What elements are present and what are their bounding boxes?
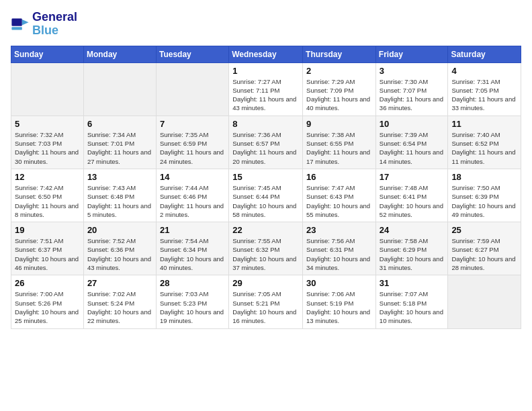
day-info: Sunrise: 7:50 AM Sunset: 6:39 PM Dayligh… xyxy=(451,183,517,219)
logo-icon xyxy=(11,15,30,34)
calendar-cell: 5Sunrise: 7:32 AM Sunset: 7:03 PM Daylig… xyxy=(11,116,84,169)
calendar-cell: 28Sunrise: 7:03 AM Sunset: 5:23 PM Dayli… xyxy=(156,275,228,328)
svg-marker-1 xyxy=(22,19,29,25)
calendar-header-saturday: Saturday xyxy=(448,46,521,62)
logo: General Blue xyxy=(11,11,77,38)
calendar-cell: 6Sunrise: 7:34 AM Sunset: 7:01 PM Daylig… xyxy=(83,116,156,169)
day-number: 6 xyxy=(87,119,152,129)
calendar-cell: 2Sunrise: 7:29 AM Sunset: 7:09 PM Daylig… xyxy=(303,62,376,116)
day-number: 12 xyxy=(15,172,80,182)
page: General Blue SundayMondayTuesdayWednesda… xyxy=(0,0,532,411)
day-number: 30 xyxy=(306,278,372,288)
day-info: Sunrise: 7:56 AM Sunset: 6:31 PM Dayligh… xyxy=(306,236,372,272)
day-info: Sunrise: 7:44 AM Sunset: 6:46 PM Dayligh… xyxy=(160,183,225,219)
calendar-cell: 12Sunrise: 7:42 AM Sunset: 6:50 PM Dayli… xyxy=(11,169,84,222)
day-number: 7 xyxy=(160,119,225,129)
calendar-cell: 14Sunrise: 7:44 AM Sunset: 6:46 PM Dayli… xyxy=(156,169,228,222)
day-number: 3 xyxy=(380,66,445,76)
calendar-cell: 3Sunrise: 7:30 AM Sunset: 7:07 PM Daylig… xyxy=(375,62,448,116)
calendar-header-row: SundayMondayTuesdayWednesdayThursdayFrid… xyxy=(11,46,521,62)
day-number: 22 xyxy=(232,225,299,235)
calendar-cell: 11Sunrise: 7:40 AM Sunset: 6:52 PM Dayli… xyxy=(448,116,521,169)
day-info: Sunrise: 7:00 AM Sunset: 5:26 PM Dayligh… xyxy=(15,289,80,325)
day-number: 18 xyxy=(451,172,517,182)
day-number: 24 xyxy=(380,225,445,235)
header: General Blue xyxy=(11,11,521,38)
day-info: Sunrise: 7:51 AM Sunset: 6:37 PM Dayligh… xyxy=(15,236,80,272)
day-number: 14 xyxy=(160,172,225,182)
calendar-cell: 21Sunrise: 7:54 AM Sunset: 6:34 PM Dayli… xyxy=(156,222,228,275)
calendar-header-friday: Friday xyxy=(375,46,448,62)
day-number: 26 xyxy=(15,278,80,288)
day-number: 10 xyxy=(380,119,445,129)
logo-text: General Blue xyxy=(32,11,77,38)
calendar-cell: 7Sunrise: 7:35 AM Sunset: 6:59 PM Daylig… xyxy=(156,116,228,169)
calendar-cell: 23Sunrise: 7:56 AM Sunset: 6:31 PM Dayli… xyxy=(303,222,376,275)
calendar-cell: 27Sunrise: 7:02 AM Sunset: 5:24 PM Dayli… xyxy=(83,275,156,328)
calendar-cell: 24Sunrise: 7:58 AM Sunset: 6:29 PM Dayli… xyxy=(375,222,448,275)
calendar-cell: 19Sunrise: 7:51 AM Sunset: 6:37 PM Dayli… xyxy=(11,222,84,275)
calendar-cell xyxy=(156,62,228,116)
calendar-week-5: 26Sunrise: 7:00 AM Sunset: 5:26 PM Dayli… xyxy=(11,275,521,328)
day-info: Sunrise: 7:59 AM Sunset: 6:27 PM Dayligh… xyxy=(451,236,517,272)
calendar-cell: 8Sunrise: 7:36 AM Sunset: 6:57 PM Daylig… xyxy=(229,116,303,169)
day-number: 21 xyxy=(160,225,225,235)
calendar-cell: 9Sunrise: 7:38 AM Sunset: 6:55 PM Daylig… xyxy=(303,116,376,169)
calendar-week-1: 1Sunrise: 7:27 AM Sunset: 7:11 PM Daylig… xyxy=(11,62,521,116)
calendar-header-monday: Monday xyxy=(83,46,156,62)
day-info: Sunrise: 7:52 AM Sunset: 6:36 PM Dayligh… xyxy=(87,236,152,272)
calendar-cell: 16Sunrise: 7:47 AM Sunset: 6:43 PM Dayli… xyxy=(303,169,376,222)
day-number: 9 xyxy=(306,119,372,129)
day-info: Sunrise: 7:43 AM Sunset: 6:48 PM Dayligh… xyxy=(87,183,152,219)
day-number: 15 xyxy=(232,172,299,182)
day-number: 20 xyxy=(87,225,152,235)
day-number: 29 xyxy=(232,278,299,288)
day-number: 31 xyxy=(380,278,445,288)
calendar-header-sunday: Sunday xyxy=(11,46,84,62)
day-number: 27 xyxy=(87,278,152,288)
day-info: Sunrise: 7:02 AM Sunset: 5:24 PM Dayligh… xyxy=(87,289,152,325)
calendar-cell xyxy=(83,62,156,116)
calendar-cell: 17Sunrise: 7:48 AM Sunset: 6:41 PM Dayli… xyxy=(375,169,448,222)
calendar-cell: 26Sunrise: 7:00 AM Sunset: 5:26 PM Dayli… xyxy=(11,275,84,328)
day-number: 11 xyxy=(451,119,517,129)
day-number: 5 xyxy=(15,119,80,129)
calendar-cell: 31Sunrise: 7:07 AM Sunset: 5:18 PM Dayli… xyxy=(375,275,448,328)
day-info: Sunrise: 7:55 AM Sunset: 6:32 PM Dayligh… xyxy=(232,236,299,272)
day-info: Sunrise: 7:05 AM Sunset: 5:21 PM Dayligh… xyxy=(232,289,299,325)
calendar-cell: 18Sunrise: 7:50 AM Sunset: 6:39 PM Dayli… xyxy=(448,169,521,222)
day-info: Sunrise: 7:29 AM Sunset: 7:09 PM Dayligh… xyxy=(306,77,372,113)
day-info: Sunrise: 7:06 AM Sunset: 5:19 PM Dayligh… xyxy=(306,289,372,325)
logo-line1: General xyxy=(32,11,77,24)
svg-rect-0 xyxy=(11,18,21,26)
calendar-cell: 1Sunrise: 7:27 AM Sunset: 7:11 PM Daylig… xyxy=(229,62,303,116)
calendar-cell xyxy=(11,62,84,116)
calendar-cell: 29Sunrise: 7:05 AM Sunset: 5:21 PM Dayli… xyxy=(229,275,303,328)
day-info: Sunrise: 7:36 AM Sunset: 6:57 PM Dayligh… xyxy=(232,130,299,166)
day-info: Sunrise: 7:54 AM Sunset: 6:34 PM Dayligh… xyxy=(160,236,225,272)
calendar-week-2: 5Sunrise: 7:32 AM Sunset: 7:03 PM Daylig… xyxy=(11,116,521,169)
day-info: Sunrise: 7:03 AM Sunset: 5:23 PM Dayligh… xyxy=(160,289,225,325)
day-info: Sunrise: 7:34 AM Sunset: 7:01 PM Dayligh… xyxy=(87,130,152,166)
day-info: Sunrise: 7:32 AM Sunset: 7:03 PM Dayligh… xyxy=(15,130,80,166)
day-info: Sunrise: 7:27 AM Sunset: 7:11 PM Dayligh… xyxy=(232,77,299,113)
day-number: 2 xyxy=(306,66,372,76)
calendar-cell: 30Sunrise: 7:06 AM Sunset: 5:19 PM Dayli… xyxy=(303,275,376,328)
day-number: 4 xyxy=(451,66,517,76)
calendar-cell: 13Sunrise: 7:43 AM Sunset: 6:48 PM Dayli… xyxy=(83,169,156,222)
calendar-cell xyxy=(448,275,521,328)
day-number: 25 xyxy=(451,225,517,235)
calendar-cell: 4Sunrise: 7:31 AM Sunset: 7:05 PM Daylig… xyxy=(448,62,521,116)
day-number: 23 xyxy=(306,225,372,235)
calendar-week-3: 12Sunrise: 7:42 AM Sunset: 6:50 PM Dayli… xyxy=(11,169,521,222)
day-info: Sunrise: 7:38 AM Sunset: 6:55 PM Dayligh… xyxy=(306,130,372,166)
day-info: Sunrise: 7:07 AM Sunset: 5:18 PM Dayligh… xyxy=(380,289,445,325)
day-number: 13 xyxy=(87,172,152,182)
day-info: Sunrise: 7:40 AM Sunset: 6:52 PM Dayligh… xyxy=(451,130,517,166)
calendar-cell: 22Sunrise: 7:55 AM Sunset: 6:32 PM Dayli… xyxy=(229,222,303,275)
logo-line2: Blue xyxy=(32,24,77,38)
svg-rect-2 xyxy=(11,27,21,30)
calendar: SundayMondayTuesdayWednesdayThursdayFrid… xyxy=(11,46,521,329)
day-info: Sunrise: 7:58 AM Sunset: 6:29 PM Dayligh… xyxy=(380,236,445,272)
calendar-cell: 20Sunrise: 7:52 AM Sunset: 6:36 PM Dayli… xyxy=(83,222,156,275)
